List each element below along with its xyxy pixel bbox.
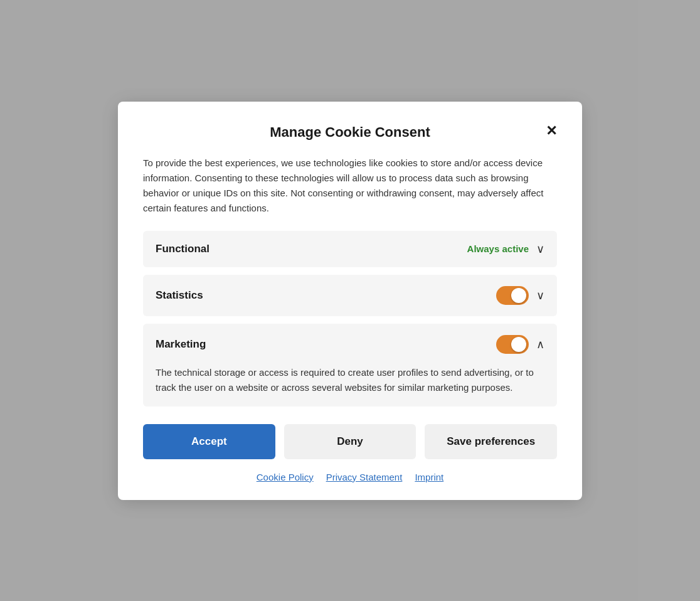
functional-section: Functional Always active ∨ xyxy=(143,231,557,267)
functional-right: Always active ∨ xyxy=(467,242,544,256)
marketing-section: Marketing ∧ The technical storage or acc… xyxy=(143,324,557,407)
functional-section-header[interactable]: Functional Always active ∨ xyxy=(143,231,557,267)
modal-title: Manage Cookie Consent xyxy=(270,124,430,141)
statistics-label: Statistics xyxy=(156,289,203,302)
save-preferences-button[interactable]: Save preferences xyxy=(425,424,557,459)
deny-button[interactable]: Deny xyxy=(284,424,416,459)
imprint-link[interactable]: Imprint xyxy=(415,472,443,482)
marketing-label: Marketing xyxy=(156,338,206,351)
marketing-section-header[interactable]: Marketing ∧ xyxy=(143,324,557,365)
modal-header: Manage Cookie Consent ✕ xyxy=(143,124,557,141)
modal-description: To provide the best experiences, we use … xyxy=(143,156,557,216)
marketing-slider xyxy=(496,335,529,354)
privacy-statement-link[interactable]: Privacy Statement xyxy=(326,472,403,482)
statistics-right: ∨ xyxy=(496,286,544,305)
footer-links: Cookie Policy Privacy Statement Imprint xyxy=(143,472,557,482)
statistics-slider xyxy=(496,286,529,305)
functional-label: Functional xyxy=(156,243,209,255)
statistics-section-header[interactable]: Statistics ∨ xyxy=(143,275,557,316)
cookie-consent-modal: Manage Cookie Consent ✕ To provide the b… xyxy=(118,102,582,500)
statistics-toggle[interactable] xyxy=(496,286,529,305)
buttons-row: Accept Deny Save preferences xyxy=(143,424,557,459)
statistics-section: Statistics ∨ xyxy=(143,275,557,316)
modal-overlay[interactable]: Manage Cookie Consent ✕ To provide the b… xyxy=(0,0,700,601)
cookie-policy-link[interactable]: Cookie Policy xyxy=(257,472,314,482)
marketing-toggle[interactable] xyxy=(496,335,529,354)
statistics-chevron-icon: ∨ xyxy=(536,289,544,302)
marketing-chevron-icon: ∧ xyxy=(536,338,544,351)
always-active-text: Always active xyxy=(467,243,529,254)
functional-chevron-icon: ∨ xyxy=(536,242,544,256)
marketing-right: ∧ xyxy=(496,335,544,354)
close-button[interactable]: ✕ xyxy=(546,124,557,138)
accept-button[interactable]: Accept xyxy=(143,424,275,459)
marketing-content: The technical storage or access is requi… xyxy=(143,365,557,407)
